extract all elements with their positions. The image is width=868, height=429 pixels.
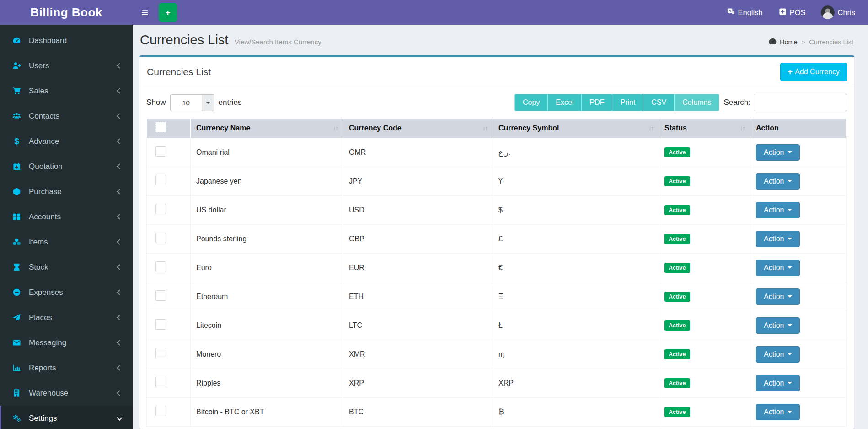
sidebar-item[interactable]: Contacts xyxy=(0,103,133,129)
status-cell: Active xyxy=(659,282,750,311)
row-select-cell xyxy=(147,340,191,369)
user-menu[interactable]: Chris xyxy=(821,5,855,19)
action-dropdown-button[interactable]: Action xyxy=(756,404,800,420)
action-dropdown-button[interactable]: Action xyxy=(756,144,800,161)
action-label: Action xyxy=(764,148,784,157)
topbar: Billing Book + A English POS Chris xyxy=(0,0,868,25)
status-badge: Active xyxy=(664,320,690,331)
column-header-label: Action xyxy=(756,124,779,132)
row-checkbox[interactable] xyxy=(155,233,166,243)
column-header[interactable]: Currency Symbol ↓↑ xyxy=(493,119,659,138)
row-checkbox[interactable] xyxy=(155,406,166,416)
sidebar-item[interactable]: Settings xyxy=(0,406,133,429)
table-header-row: Currency Name ↓↑ Currency Code ↓↑ xyxy=(147,119,847,138)
export-button[interactable]: Columns xyxy=(674,94,719,111)
export-button[interactable]: Copy xyxy=(514,94,548,111)
table-controls: Show 10 entries Copy Excel PDF Print CSV xyxy=(139,87,854,119)
topbar-right: A English POS Chris xyxy=(727,5,868,19)
sidebar-item[interactable]: Quotation xyxy=(0,154,133,179)
export-button[interactable]: Print xyxy=(612,94,643,111)
add-currency-button[interactable]: + Add Currency xyxy=(780,63,847,81)
pos-button[interactable]: POS xyxy=(778,7,806,18)
sidebar-item[interactable]: Reports xyxy=(0,355,133,380)
table-row: Japanese yen JPY ¥ Active Action xyxy=(147,167,847,195)
currency-name-cell: Euro xyxy=(191,253,343,282)
search-input[interactable] xyxy=(754,94,847,111)
action-dropdown-button[interactable]: Action xyxy=(756,346,800,363)
sidebar-item[interactable]: Messaging xyxy=(0,330,133,355)
row-checkbox[interactable] xyxy=(155,204,166,214)
column-header[interactable]: Status ↓↑ xyxy=(659,119,750,138)
breadcrumb-home-link[interactable]: Home xyxy=(768,37,798,47)
caret-down-icon xyxy=(788,180,792,182)
action-dropdown-button[interactable]: Action xyxy=(756,202,800,218)
status-cell: Active xyxy=(659,340,750,369)
sidebar-item[interactable]: Places xyxy=(0,305,133,330)
select-caret-area xyxy=(202,95,214,111)
row-checkbox[interactable] xyxy=(155,319,166,330)
breadcrumb-home-label: Home xyxy=(780,38,798,46)
row-checkbox[interactable] xyxy=(155,290,166,301)
chevron-icon xyxy=(117,264,123,270)
row-checkbox[interactable] xyxy=(155,348,166,358)
currency-name-cell: Ripples xyxy=(191,369,343,397)
status-badge: Active xyxy=(664,378,690,388)
plus-icon: + xyxy=(788,67,793,76)
export-button[interactable]: CSV xyxy=(643,94,675,111)
breadcrumb-separator: > xyxy=(802,39,805,46)
action-dropdown-button[interactable]: Action xyxy=(756,231,800,247)
sidebar-item[interactable]: Items xyxy=(0,229,133,255)
sidebar-item[interactable]: Sales xyxy=(0,78,133,103)
quick-add-button[interactable]: + xyxy=(159,3,177,22)
table-row: Litecoin LTC Ł Active Action xyxy=(147,311,847,340)
currency-symbol-cell: Ł xyxy=(493,311,659,340)
chevron-icon xyxy=(117,365,123,371)
action-label: Action xyxy=(764,235,784,243)
column-header[interactable]: Action ↓↑ xyxy=(750,119,847,138)
language-menu[interactable]: A English xyxy=(727,7,763,18)
sidebar-item-icon xyxy=(11,36,23,45)
row-checkbox[interactable] xyxy=(155,175,166,185)
action-cell: Action xyxy=(750,311,847,340)
sidebar-item[interactable]: $ Advance xyxy=(0,129,133,154)
action-cell: Action xyxy=(750,195,847,224)
column-header[interactable]: Currency Code ↓↑ xyxy=(343,119,493,138)
sidebar-item[interactable]: Accounts xyxy=(0,204,133,229)
sidebar-item[interactable]: Users xyxy=(0,53,133,78)
select-all-checkbox[interactable] xyxy=(155,122,166,132)
row-checkbox[interactable] xyxy=(155,261,166,272)
currency-code-cell: ETH xyxy=(343,282,493,311)
action-dropdown-button[interactable]: Action xyxy=(756,317,800,334)
action-dropdown-button[interactable]: Action xyxy=(756,260,800,276)
sidebar-item[interactable]: Purchase xyxy=(0,179,133,204)
sidebar-item-label: Purchase xyxy=(29,187,62,196)
sidebar-item[interactable]: Warehouse xyxy=(0,380,133,406)
app-logo[interactable]: Billing Book xyxy=(0,0,133,25)
row-checkbox[interactable] xyxy=(155,377,166,387)
status-cell: Active xyxy=(659,195,750,224)
chevron-icon xyxy=(117,315,123,320)
export-button[interactable]: PDF xyxy=(581,94,612,111)
action-dropdown-button[interactable]: Action xyxy=(756,173,800,190)
sidebar-item[interactable]: Expenses xyxy=(0,280,133,305)
table-row: Omani rial OMR ر.ع. Active Action xyxy=(147,138,847,167)
main-content: Currencies List View/Search Items Curren… xyxy=(133,25,868,429)
page-size-select[interactable]: 10 xyxy=(170,94,214,111)
status-cell: Active xyxy=(659,369,750,397)
currency-code-cell: EUR xyxy=(343,253,493,282)
action-dropdown-button[interactable]: Action xyxy=(756,288,800,305)
caret-down-icon xyxy=(788,266,792,269)
hamburger-icon[interactable] xyxy=(133,0,157,25)
export-button[interactable]: Excel xyxy=(547,94,582,111)
row-checkbox[interactable] xyxy=(155,146,166,157)
sidebar-item[interactable]: Stock xyxy=(0,255,133,280)
action-dropdown-button[interactable]: Action xyxy=(756,375,800,391)
column-header[interactable]: Currency Name ↓↑ xyxy=(191,119,343,138)
chevron-icon xyxy=(117,163,123,169)
sidebar-item-label: Expenses xyxy=(29,288,63,297)
caret-down-icon xyxy=(788,295,792,298)
caret-down-icon xyxy=(206,102,210,104)
sort-icon: ↓↑ xyxy=(329,125,338,132)
sidebar-item-label: Stock xyxy=(29,263,48,272)
sidebar-item[interactable]: Dashboard xyxy=(0,28,133,53)
